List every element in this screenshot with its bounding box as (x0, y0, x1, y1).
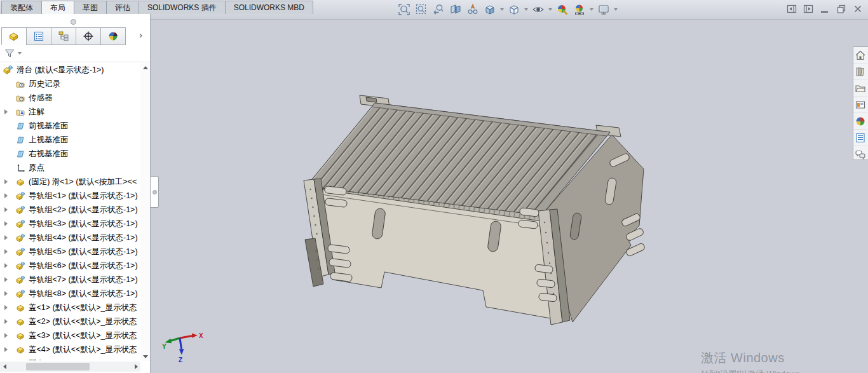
tab-featuremanager-design-tree[interactable] (1, 27, 27, 45)
tab-configurationmanager[interactable] (51, 27, 76, 45)
expand-arrow-icon[interactable] (2, 105, 10, 119)
tree-item-mates[interactable]: 配合 (0, 356, 141, 360)
hscroll-thumb[interactable] (26, 363, 90, 370)
expand-arrow-icon[interactable] (2, 245, 10, 259)
tree-item-annotations[interactable]: 注解 (0, 105, 141, 119)
filter-funnel-icon[interactable] (4, 48, 15, 59)
expand-arrow-icon[interactable] (2, 273, 10, 287)
tree-item-label: 前视基准面 (29, 121, 69, 132)
display-style-dropdown[interactable] (524, 8, 528, 11)
panel-splitter-handle[interactable] (71, 19, 76, 25)
filter-dropdown[interactable] (18, 52, 22, 55)
panel-tab-bar (1, 27, 125, 45)
tree-item-rail-group-5[interactable]: 导轨组<5> (默认<显示状态-1>) (0, 245, 141, 259)
ribbon-tab-assembly[interactable]: 装配体 (1, 1, 42, 14)
expand-arrow-icon[interactable] (2, 203, 10, 217)
tree-item-sensors[interactable]: 传感器 (0, 91, 141, 105)
panel-tabs-overflow-button[interactable]: › (139, 29, 142, 40)
design-library-button[interactable] (853, 64, 867, 80)
tree-item-cover-3[interactable]: 盖<3> (默认<<默认>_显示状态 (0, 329, 141, 342)
expand-arrow-icon[interactable] (2, 259, 10, 273)
zoom-to-fit-button[interactable] (397, 2, 412, 17)
tree-item-rail-group-6[interactable]: 导轨组<6> (默认<显示状态-1>) (0, 259, 141, 273)
file-explorer-button[interactable] (853, 80, 867, 97)
apply-scene-dropdown[interactable] (590, 8, 593, 11)
ribbon-tab-solidworks-addins[interactable]: SOLIDWORKS 插件 (139, 1, 226, 14)
hide-show-items-dropdown[interactable] (548, 8, 552, 11)
graphics-viewport[interactable]: X Y Z 激活 Windows 转到“设置”以激活 Windows。 (151, 19, 868, 373)
tree-vertical-scrollbar[interactable] (140, 63, 150, 361)
hide-show-items-button[interactable] (531, 2, 546, 17)
tree-item-cover-2[interactable]: 盖<2> (默认<<默认>_显示状态 (0, 315, 141, 329)
tree-item-cover-4[interactable]: 盖<4> (默认<<默认>_显示状态 (0, 342, 141, 356)
custom-properties-button[interactable] (853, 130, 867, 146)
display-style-button[interactable] (506, 2, 522, 17)
tab-displaymanager[interactable] (100, 27, 126, 45)
expand-arrow-icon[interactable] (2, 189, 10, 203)
panel-collapse-handle[interactable] (151, 176, 159, 208)
tree-item-assembly-root[interactable]: 滑台 (默认<显示状态-1>) (0, 63, 141, 77)
view-palette-button[interactable] (853, 97, 867, 113)
scroll-left-button[interactable] (0, 362, 9, 371)
edit-appearance-button[interactable] (555, 2, 570, 17)
tab-dimxpertmanager[interactable] (76, 27, 101, 45)
restore-button[interactable] (836, 3, 846, 14)
scroll-right-button[interactable] (132, 362, 140, 371)
slide-table-3d-model[interactable] (304, 95, 646, 325)
axis-y-label: Y (162, 343, 166, 350)
tree-item-rail-group-3[interactable]: 导轨组<3> (默认<显示状态-1>) (0, 217, 141, 231)
scroll-up-button[interactable] (140, 63, 150, 72)
tree-item-top-plane[interactable]: 上视基准面 (0, 133, 141, 147)
expand-arrow-icon[interactable] (2, 356, 10, 360)
solidworks-forum-button[interactable] (853, 146, 867, 162)
apply-scene-button[interactable] (572, 2, 587, 17)
tree-item-rail-group-8[interactable]: 导轨组<8> (默认<显示状态-1>) (0, 287, 141, 301)
expand-arrow-icon[interactable] (2, 217, 10, 231)
dynamic-annotation-views-button[interactable] (465, 2, 480, 17)
orientation-triad: X Y Z (162, 332, 203, 363)
tree-item-history[interactable]: 历史记录 (0, 77, 141, 91)
appearances-scenes-button[interactable] (853, 113, 867, 130)
expand-arrow-icon[interactable] (2, 342, 10, 356)
view-orientation-dropdown[interactable] (500, 8, 504, 11)
tree-item-rail-group-1[interactable]: 导轨组<1> (默认<显示状态-1>) (0, 189, 141, 203)
ribbon-tab-solidworks-mbd[interactable]: SOLIDWORKS MBD (225, 1, 313, 14)
section-view-button[interactable] (448, 2, 463, 17)
tab-propertymanager[interactable] (26, 27, 51, 45)
ribbon-tab-layout[interactable]: 布局 (41, 1, 74, 14)
tree-horizontal-scrollbar[interactable] (0, 362, 140, 372)
file-explorer-icon (855, 83, 866, 94)
home-button[interactable] (853, 47, 867, 64)
tree-item-front-plane[interactable]: 前视基准面 (0, 119, 141, 133)
tree-item-origin[interactable]: 原点 (0, 161, 141, 175)
tree-item-rail-group-4[interactable]: 导轨组<4> (默认<显示状态-1>) (0, 231, 141, 245)
tree-item-right-plane[interactable]: 右视基准面 (0, 147, 141, 161)
tree-item-fixed-part[interactable]: (固定) 滑<1> (默认<按加工><< (0, 175, 141, 189)
ribbon-tab-evaluate[interactable]: 评估 (106, 1, 139, 14)
tree-item-rail-group-2[interactable]: 导轨组<2> (默认<显示状态-1>) (0, 203, 141, 217)
scroll-down-button[interactable] (140, 352, 150, 361)
displaymanager-icon (107, 31, 119, 42)
tree-item-rail-group-7[interactable]: 导轨组<7> (默认<显示状态-1>) (0, 273, 141, 287)
tree-item-cover-1[interactable]: 盖<1> (默认<<默认>_显示状态 (0, 301, 141, 315)
expand-arrow-icon[interactable] (2, 231, 10, 245)
view-settings-button[interactable] (596, 2, 611, 17)
pane-collapse-left-button[interactable] (786, 3, 797, 14)
expand-arrow-icon[interactable] (2, 315, 10, 329)
pane-collapse-left-icon (787, 4, 797, 14)
view-orientation-button[interactable] (482, 2, 498, 17)
expand-arrow-icon[interactable] (2, 301, 10, 315)
previous-view-button[interactable] (431, 2, 446, 17)
zoom-to-area-button[interactable] (414, 2, 429, 17)
assembly-icon (16, 219, 25, 229)
view-settings-dropdown[interactable] (614, 8, 618, 11)
minimize-button[interactable] (819, 3, 830, 14)
ribbon-tab-sketch[interactable]: 草图 (74, 1, 107, 14)
model-canvas: X Y Z (151, 19, 868, 373)
pane-collapse-right-button[interactable] (803, 3, 813, 14)
expand-arrow-icon[interactable] (2, 175, 10, 189)
expand-arrow-icon[interactable] (2, 287, 10, 301)
expand-arrow-icon[interactable] (2, 329, 10, 342)
close-button[interactable] (852, 3, 863, 14)
tree-item-label: 导轨组<7> (默认<显示状态-1>) (29, 275, 138, 285)
